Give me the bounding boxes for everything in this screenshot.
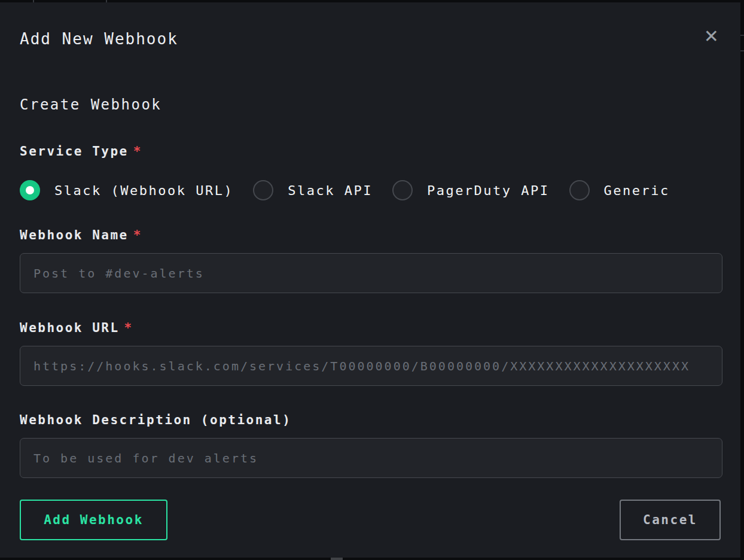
- add-webhook-button[interactable]: Add Webhook: [20, 500, 167, 540]
- radio-label: Slack (Webhook URL): [54, 183, 233, 198]
- service-type-label: Service Type*: [20, 144, 721, 160]
- background-page-edge: [740, 35, 744, 36]
- section-title: Create Webhook: [20, 95, 721, 114]
- webhook-name-label: Webhook Name*: [20, 227, 721, 244]
- modal-header: Add New Webhook ✕: [20, 29, 721, 49]
- radio-label: PagerDuty API: [427, 183, 550, 198]
- radio-pagerduty-api[interactable]: PagerDuty API: [392, 180, 550, 200]
- radio-button-icon[interactable]: [392, 180, 413, 200]
- webhook-url-input[interactable]: [20, 346, 722, 386]
- background-page-edge: [331, 558, 343, 560]
- required-asterisk: *: [133, 228, 142, 242]
- radio-button-icon[interactable]: [20, 180, 40, 200]
- cancel-button[interactable]: Cancel: [620, 500, 721, 540]
- radio-button-icon[interactable]: [253, 180, 273, 200]
- radio-slack-webhook-url[interactable]: Slack (Webhook URL): [20, 180, 233, 200]
- radio-label: Generic: [604, 183, 670, 198]
- add-webhook-modal: Add New Webhook ✕ Create Webhook Service…: [0, 2, 740, 558]
- radio-slack-api[interactable]: Slack API: [253, 180, 373, 200]
- modal-title: Add New Webhook: [20, 29, 178, 49]
- radio-generic[interactable]: Generic: [569, 180, 670, 200]
- required-asterisk: *: [133, 144, 142, 159]
- background-page-edge: [740, 50, 744, 51]
- modal-footer: Add Webhook Cancel: [20, 500, 721, 540]
- webhook-name-input[interactable]: [20, 253, 722, 293]
- webhook-description-label: Webhook Description (optional): [20, 412, 721, 428]
- radio-label: Slack API: [288, 183, 373, 198]
- close-icon[interactable]: ✕: [704, 28, 719, 45]
- radio-button-icon[interactable]: [569, 180, 590, 200]
- required-asterisk: *: [124, 321, 133, 335]
- service-type-radio-group: Slack (Webhook URL) Slack API PagerDuty …: [20, 180, 721, 200]
- webhook-url-label: Webhook URL*: [20, 320, 721, 336]
- webhook-description-input[interactable]: [20, 438, 722, 478]
